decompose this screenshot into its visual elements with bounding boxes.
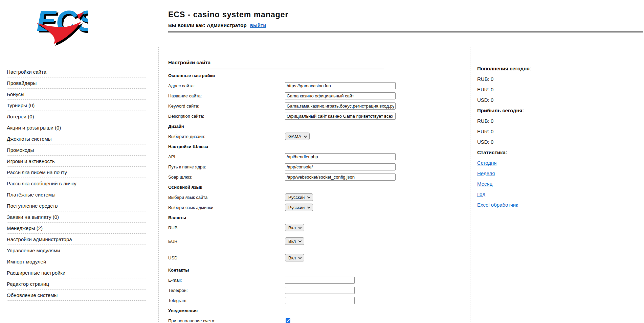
deposits-today-title: Пополнения сегодня: — [477, 63, 640, 74]
chevron-down-icon — [307, 195, 311, 199]
sidebar-item-advanced[interactable]: Расширенные настройки — [7, 267, 146, 278]
core-path-field[interactable] — [285, 163, 396, 170]
sidebar-item-system-update[interactable]: Обновление системы — [7, 290, 146, 301]
sidebar-item-providers[interactable]: Провайдеры — [7, 77, 146, 89]
deposit-notify-checkbox[interactable] — [286, 318, 290, 323]
site-keywords-label: Keyword сайта: — [168, 103, 285, 109]
site-keywords-field[interactable] — [285, 102, 396, 110]
sidebar-item-module-import[interactable]: Импорт модулей — [7, 256, 146, 267]
sidebar-item-site-settings[interactable]: Настройки сайта — [7, 66, 146, 77]
site-description-field[interactable] — [285, 113, 396, 120]
sidebar-item-email-broadcast[interactable]: Рассылка писем на почту — [7, 167, 146, 178]
section-currencies: Валюты — [168, 215, 186, 220]
stats-link-month[interactable]: Месяц — [477, 181, 492, 187]
header-divider — [168, 31, 643, 32]
chevron-down-icon — [304, 134, 307, 138]
currency-usd-value: Вкл — [288, 255, 296, 260]
core-path-label: Путь к папке ядра: — [168, 164, 285, 169]
sidebar-item-incoming-funds[interactable]: Поступление средств — [7, 200, 146, 211]
sidebar-nav: Настройки сайта Провайдеры Бонусы Турнир… — [7, 66, 146, 301]
stats-panel: Пополнения сегодня: RUB: 0 EUR: 0 USD: 0… — [477, 63, 640, 210]
section-basic-settings: Основные настройки — [168, 73, 215, 78]
sidebar-item-page-editor[interactable]: Редактор страниц — [7, 278, 146, 290]
panel-title: Настройки сайта — [168, 60, 470, 65]
section-main-language: Основной язык — [168, 185, 202, 190]
chevron-down-icon — [298, 239, 302, 243]
chevron-down-icon — [307, 205, 311, 209]
sidebar-item-jackpots[interactable]: Джекпоты системы — [7, 133, 146, 144]
profit-rub: RUB: 0 — [477, 116, 640, 126]
sidebar-item-module-mgmt[interactable]: Управление модулями — [7, 245, 146, 256]
page-title: ECS - casino system manager — [168, 10, 643, 19]
currency-eur-label: EUR — [168, 239, 285, 244]
site-settings-panel: Настройки сайта Основные настройки Адрес… — [158, 47, 470, 323]
section-notifications: Уведомления — [168, 308, 198, 313]
panel-title-divider — [168, 69, 384, 69]
sidebar-item-players[interactable]: Игроки и активность — [7, 156, 146, 167]
chevron-down-icon — [298, 226, 302, 229]
api-field[interactable] — [285, 153, 396, 160]
logout-link[interactable]: выйти — [250, 22, 266, 28]
deposits-usd: USD: 0 — [477, 95, 640, 105]
site-description-label: Description сайта: — [168, 114, 285, 119]
api-label: API: — [168, 154, 285, 159]
site-url-label: Адрес сайта: — [168, 83, 285, 88]
sidebar-item-pm-broadcast[interactable]: Рассылка сообщений в личку — [7, 178, 146, 189]
admin-language-value: Русский — [288, 205, 305, 210]
telegram-label: Telegram: — [168, 298, 285, 303]
currency-rub-select[interactable]: Вкл — [285, 224, 304, 231]
stats-link-today[interactable]: Сегодня — [477, 160, 497, 166]
login-status: Вы вошли как: Администратор выйти — [168, 22, 643, 28]
deposits-rub: RUB: 0 — [477, 74, 640, 84]
sidebar-item-payment-systems[interactable]: Платёжные системы — [7, 189, 146, 200]
login-user: Администратор — [207, 22, 247, 28]
sidebar-item-tournaments[interactable]: Турниры (0) — [7, 100, 146, 111]
phone-label: Телефон: — [168, 288, 285, 293]
currency-usd-select[interactable]: Вкл — [285, 254, 304, 261]
site-name-field[interactable] — [285, 92, 396, 99]
site-settings-form: Основные настройки Адрес сайта: Название… — [168, 70, 470, 323]
email-label: E-mail: — [168, 278, 285, 283]
section-design: Дизайн — [168, 124, 184, 129]
sidebar-item-payout-requests[interactable]: Заявки на выплату (0) — [7, 211, 146, 223]
phone-field[interactable] — [285, 287, 355, 294]
currency-usd-label: USD — [168, 255, 285, 260]
stats-link-excel[interactable]: Excel обработчик — [477, 202, 518, 208]
currency-eur-select[interactable]: Вкл — [285, 237, 304, 245]
telegram-field[interactable] — [285, 297, 355, 304]
site-name-label: Название сайта: — [168, 93, 285, 98]
profit-today-title: Прибыль сегодня: — [477, 105, 640, 116]
admin-language-label: Выбери язык админки — [168, 205, 285, 210]
sidebar-item-managers[interactable]: Менеджеры (2) — [7, 223, 146, 234]
email-field[interactable] — [285, 277, 355, 284]
design-select[interactable]: GAMA — [285, 133, 310, 140]
site-url-field[interactable] — [285, 82, 396, 89]
deposits-eur: EUR: 0 — [477, 84, 640, 95]
design-select-value: GAMA — [288, 134, 301, 139]
sidebar-item-admin-settings[interactable]: Настройки администратора — [7, 234, 146, 245]
sidebar-item-promocodes[interactable]: Промокоды — [7, 144, 146, 156]
site-language-value: Русский — [288, 195, 305, 200]
stats-link-week[interactable]: Неделя — [477, 170, 495, 176]
profit-eur: EUR: 0 — [477, 126, 640, 137]
admin-language-select[interactable]: Русский — [285, 204, 313, 211]
profit-usd: USD: 0 — [477, 137, 640, 147]
design-select-label: Выберите дизайн: — [168, 134, 285, 139]
section-contacts: Контакты — [168, 268, 189, 273]
site-language-select[interactable]: Русский — [285, 193, 313, 201]
site-language-label: Выбери язык сайта — [168, 195, 285, 200]
currency-rub-value: Вкл — [288, 225, 296, 230]
sidebar-item-promotions[interactable]: Акции и розыгрыши (0) — [7, 122, 146, 133]
sidebar-item-bonuses[interactable]: Бонусы — [7, 89, 146, 100]
currency-eur-value: Вкл — [288, 239, 296, 244]
soap-gateway-field[interactable] — [285, 174, 396, 181]
deposit-notify-label: При пополнение счета: — [168, 318, 285, 323]
statistics-title: Статистика: — [477, 147, 640, 158]
currency-rub-label: RUB — [168, 225, 285, 230]
stats-link-year[interactable]: Год — [477, 191, 485, 197]
section-gateway-settings: Настройки Шлюза — [168, 144, 208, 149]
login-prefix: Вы вошли как: — [168, 22, 205, 28]
chevron-down-icon — [298, 256, 302, 259]
sidebar-item-lotteries[interactable]: Лотереи (0) — [7, 111, 146, 122]
soap-gateway-label: Soap шлюз: — [168, 175, 285, 180]
